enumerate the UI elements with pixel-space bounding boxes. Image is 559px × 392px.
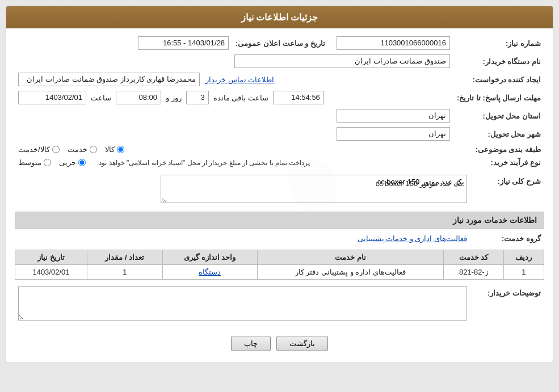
- col-code: کد خدمت: [443, 250, 503, 265]
- cell-date: 1403/02/01: [15, 265, 87, 280]
- category-label: طبقه بندی موضوعی:: [453, 143, 544, 156]
- category-goods-radio[interactable]: [117, 146, 124, 153]
- need-number-label: شماره نیاز:: [453, 34, 544, 52]
- purchase-type-medium-label: متوسط: [18, 158, 41, 167]
- purchase-type-partial-label: جزیی: [59, 158, 76, 167]
- cell-unit[interactable]: دستگاه: [162, 265, 257, 280]
- purchase-notice: پرداخت تمام یا بخشی از مبلغ خریدار از مح…: [97, 159, 310, 167]
- col-row: ردیف: [503, 250, 544, 265]
- purchase-type-label: نوع فرآیند خرید:: [453, 156, 544, 169]
- response-time: 08:00: [116, 91, 161, 104]
- cell-name: فعالیت‌های اداره و پشتیبانی دفتر کار: [257, 265, 443, 280]
- city-value: تهران: [337, 127, 450, 141]
- purchase-type-partial-option[interactable]: جزیی: [59, 158, 86, 167]
- response-remaining: 14:54:56: [273, 91, 324, 104]
- need-number-value: 1103001066000016: [337, 36, 450, 50]
- category-goods-option[interactable]: کالا: [105, 145, 124, 154]
- category-goods-services-label: کالا/خدمت: [18, 145, 50, 154]
- category-services-label: خدمت: [68, 145, 87, 154]
- services-section-header: اطلاعات خدمات مورد نیاز: [15, 212, 544, 229]
- col-unit: واحد اندازه گیری: [162, 250, 257, 265]
- province-label: استان محل تحویل:: [453, 107, 544, 125]
- response-days-label: روز و: [166, 94, 182, 102]
- buyer-notes-label: توضیحات خریدار:: [470, 284, 544, 324]
- page-title: جزئیات اطلاعات نیاز: [6, 6, 553, 28]
- col-name: نام خدمت: [257, 250, 443, 265]
- col-quantity: تعداد / مقدار: [87, 250, 162, 265]
- service-table: ردیف کد خدمت نام خدمت واحد اندازه گیری ت…: [15, 250, 544, 280]
- print-button[interactable]: چاپ: [231, 336, 271, 351]
- announcement-date-label: تاریخ و ساعت اعلان عمومی:: [232, 34, 329, 52]
- purchase-type-medium-radio[interactable]: [44, 159, 51, 166]
- service-group-value[interactable]: فعالیت‌های اداری و خدمات پشتیبانی: [358, 234, 467, 243]
- category-goods-services-radio[interactable]: [52, 146, 60, 153]
- response-time-label: ساعت: [91, 94, 111, 102]
- buyer-name-label: نام دستگاه خریدار:: [453, 52, 544, 70]
- col-date: تاریخ نیاز: [15, 250, 87, 265]
- table-row: 1 ز-82-821 فعالیت‌های اداره و پشتیبانی د…: [15, 265, 544, 280]
- creator-label: ایجاد کننده درخواست:: [453, 70, 544, 88]
- response-days: 3: [186, 91, 209, 104]
- category-goods-label: کالا: [105, 145, 115, 154]
- back-button[interactable]: بازگشت: [276, 336, 328, 351]
- description-textarea[interactable]: [161, 175, 467, 203]
- response-remaining-label: ساعت باقی مانده: [213, 94, 268, 102]
- buyer-contact-link[interactable]: اطلاعات تماس خریدار: [205, 75, 274, 84]
- category-goods-services-option[interactable]: کالا/خدمت: [18, 145, 60, 154]
- purchase-type-medium-option[interactable]: متوسط: [18, 158, 51, 167]
- province-value: تهران: [337, 109, 450, 123]
- announcement-date-value: 1403/01/28 - 16:55: [138, 36, 229, 50]
- cell-code: ز-82-821: [443, 265, 503, 280]
- description-label: شرح کلی نیاز:: [470, 172, 544, 207]
- buyer-name-value: صندوق ضمانت صادرات ایران: [234, 54, 450, 68]
- cell-row: 1: [503, 265, 544, 280]
- response-date: 1403/02/01: [18, 91, 86, 104]
- purchase-type-partial-radio[interactable]: [78, 159, 86, 166]
- category-services-option[interactable]: خدمت: [68, 145, 97, 154]
- button-container: بازگشت چاپ: [15, 328, 544, 357]
- category-services-radio[interactable]: [90, 146, 97, 153]
- cell-quantity: 1: [87, 265, 162, 280]
- service-group-label: گروه خدمت:: [470, 232, 544, 245]
- creator-value: محمدرضا قهاری کاربرداز صندوق ضمانت صادرا…: [18, 73, 200, 86]
- city-label: شهر محل تحویل:: [453, 125, 544, 143]
- response-deadline-label: مهلت ارسال پاسخ: تا تاریخ:: [453, 88, 544, 107]
- buyer-notes-textarea[interactable]: [18, 286, 467, 321]
